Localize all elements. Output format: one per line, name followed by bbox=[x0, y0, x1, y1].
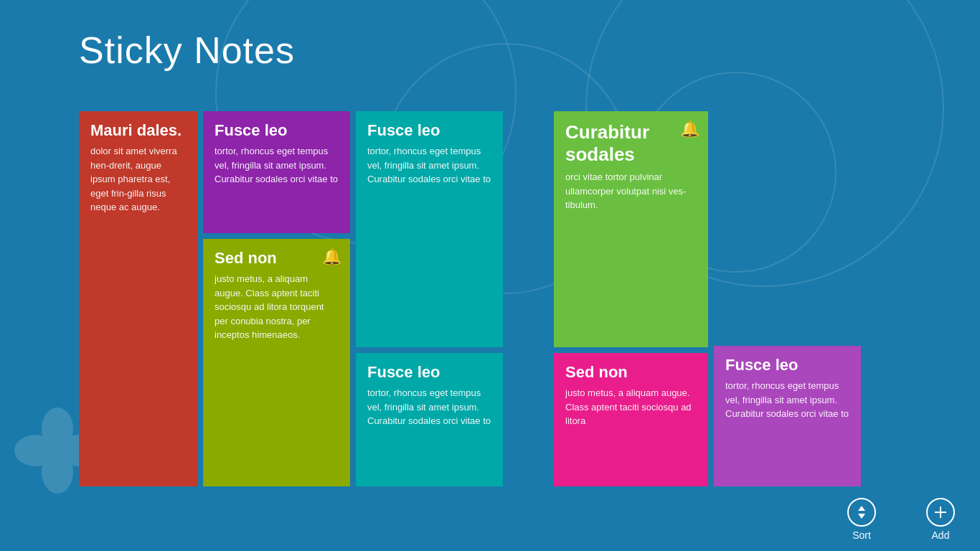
note-6-title: Curabitur sodales bbox=[565, 121, 697, 166]
col-3: Fusce leo tortor, rhoncus eget tempus ve… bbox=[356, 111, 503, 486]
add-button[interactable]: Add bbox=[901, 488, 980, 551]
note-8-title: Fusce leo bbox=[725, 356, 849, 375]
notes-grid: Mauri dales. dolor sit amet viverra hen-… bbox=[79, 111, 980, 486]
note-3-bell-icon: 🔔 bbox=[322, 248, 341, 266]
col-2: Fusce leo tortor, rhoncus eget tempus ve… bbox=[203, 111, 350, 486]
note-7[interactable]: Sed non justo metus, a aliquam augue. Cl… bbox=[554, 353, 708, 486]
svg-marker-4 bbox=[858, 506, 865, 511]
grid-gap bbox=[509, 111, 548, 486]
note-1-body: dolor sit amet viverra hen-drerit, augue… bbox=[90, 144, 186, 215]
note-8[interactable]: Fusce leo tortor, rhoncus eget tempus ve… bbox=[714, 346, 861, 486]
add-plus-svg bbox=[933, 504, 948, 520]
col-5: 🔔 Curabitur sodales orci vitae tortor pu… bbox=[554, 111, 708, 486]
note-7-body: justo metus, a aliquam augue. Class apte… bbox=[565, 386, 697, 428]
note-3[interactable]: 🔔 Sed non justo metus, a aliquam augue. … bbox=[203, 239, 350, 486]
note-2[interactable]: Fusce leo tortor, rhoncus eget tempus ve… bbox=[203, 111, 350, 233]
note-8-body: tortor, rhoncus eget tempus vel, fringil… bbox=[725, 379, 849, 421]
note-2-body: tortor, rhoncus eget tempus vel, fringil… bbox=[215, 144, 339, 187]
note-4-title: Fusce leo bbox=[367, 121, 491, 140]
add-label: Add bbox=[932, 529, 950, 541]
page-title: Sticky Notes bbox=[79, 29, 295, 72]
note-1-title: Mauri dales. bbox=[90, 121, 186, 140]
note-6[interactable]: 🔔 Curabitur sodales orci vitae tortor pu… bbox=[554, 111, 708, 347]
col-1: Mauri dales. dolor sit amet viverra hen-… bbox=[79, 111, 197, 486]
add-icon bbox=[926, 498, 955, 527]
note-5-body: tortor, rhoncus eget tempus vel, fringil… bbox=[367, 386, 491, 428]
note-3-body: justo metus, a aliquam augue. Class apte… bbox=[215, 272, 339, 342]
svg-rect-7 bbox=[935, 512, 946, 513]
col-6-spacer bbox=[714, 111, 861, 340]
sort-label: Sort bbox=[852, 529, 871, 541]
note-4[interactable]: Fusce leo tortor, rhoncus eget tempus ve… bbox=[356, 111, 503, 347]
note-2-title: Fusce leo bbox=[215, 121, 339, 140]
note-4-body: tortor, rhoncus eget tempus vel, fringil… bbox=[367, 144, 491, 187]
sort-icon bbox=[847, 498, 876, 527]
sort-arrows-svg bbox=[854, 504, 870, 520]
svg-point-3 bbox=[14, 435, 57, 466]
note-5[interactable]: Fusce leo tortor, rhoncus eget tempus ve… bbox=[356, 353, 503, 486]
note-3-title: Sed non bbox=[215, 249, 339, 268]
note-6-bell-icon: 🔔 bbox=[680, 120, 699, 138]
col-6: Fusce leo tortor, rhoncus eget tempus ve… bbox=[714, 111, 861, 486]
note-5-title: Fusce leo bbox=[367, 363, 491, 382]
sort-button[interactable]: Sort bbox=[822, 488, 901, 551]
note-1[interactable]: Mauri dales. dolor sit amet viverra hen-… bbox=[79, 111, 197, 486]
note-7-title: Sed non bbox=[565, 363, 697, 382]
note-6-body: orci vitae tortor pulvinar ullamcorper v… bbox=[565, 170, 697, 212]
toolbar: Sort Add bbox=[822, 488, 980, 551]
svg-marker-5 bbox=[858, 514, 865, 519]
